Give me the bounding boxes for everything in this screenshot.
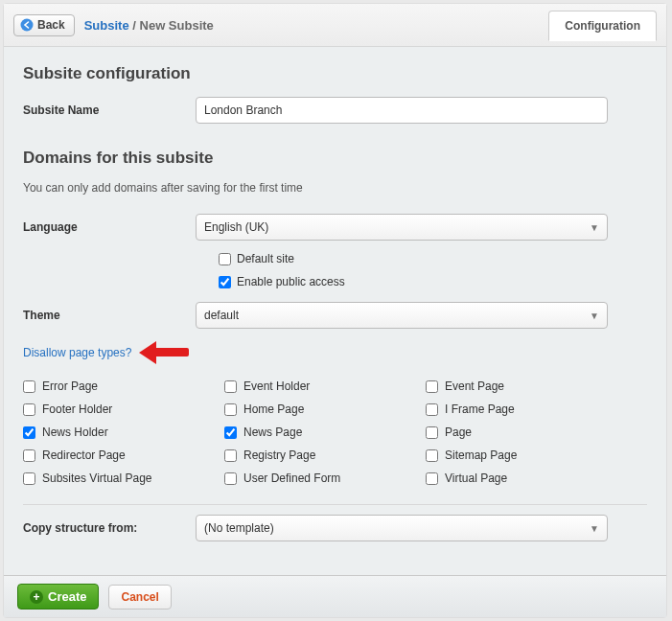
checkbox[interactable] — [224, 449, 237, 462]
content: Subsite configuration Subsite Name Domai… — [4, 47, 666, 610]
page-type-label: Sitemap Page — [445, 448, 517, 462]
page-type-label: News Page — [243, 426, 302, 439]
page-type-checkbox[interactable]: Registry Page — [224, 448, 426, 462]
row-theme: Theme default ▼ — [23, 302, 647, 329]
label-public-access: Enable public access — [237, 275, 345, 288]
svg-point-0 — [21, 18, 34, 31]
page-type-label: Footer Holder — [42, 402, 112, 416]
checkbox[interactable] — [224, 426, 237, 439]
breadcrumb: Subsite / New Subsite — [84, 18, 214, 33]
page-type-label: Error Page — [42, 380, 98, 393]
page-type-checkbox[interactable]: I Frame Page — [426, 402, 627, 416]
label-copy-structure: Copy structure from: — [23, 521, 196, 535]
select-theme-value: default — [204, 309, 239, 322]
page-type-checkbox[interactable]: Event Holder — [224, 380, 426, 393]
back-button[interactable]: Back — [13, 14, 75, 36]
page-type-checkbox[interactable]: Event Page — [426, 380, 627, 393]
checkbox[interactable] — [426, 472, 438, 485]
checkbox[interactable] — [23, 449, 35, 462]
back-arrow-icon — [20, 18, 34, 32]
breadcrumb-link[interactable]: Subsite — [84, 18, 129, 33]
checkbox-default-site[interactable] — [219, 253, 231, 265]
row-copy-structure: Copy structure from: (No template) ▼ — [23, 515, 647, 541]
label-subsite-name: Subsite Name — [23, 104, 196, 117]
checkbox[interactable] — [426, 403, 438, 416]
label-language: Language — [23, 220, 196, 234]
label-theme: Theme — [23, 309, 196, 322]
page-type-label: Virtual Page — [445, 472, 507, 485]
row-disallow: Disallow page types? — [23, 340, 647, 364]
checkbox[interactable] — [23, 472, 35, 485]
page-type-checkbox[interactable]: News Page — [224, 426, 426, 439]
chevron-down-icon: ▼ — [590, 523, 599, 534]
row-language: Language English (UK) ▼ — [23, 214, 647, 241]
page-type-checkbox[interactable]: Error Page — [23, 380, 224, 393]
checkbox[interactable] — [426, 380, 438, 393]
tab-configuration[interactable]: Configuration — [548, 11, 657, 41]
page-type-checkbox[interactable]: Sitemap Page — [426, 448, 627, 462]
checkbox[interactable] — [23, 426, 35, 439]
domains-note: You can only add domains after saving fo… — [23, 181, 647, 195]
page-type-label: Registry Page — [243, 448, 315, 462]
page-type-checkbox[interactable]: Redirector Page — [23, 448, 224, 462]
select-language[interactable]: English (UK) ▼ — [196, 214, 608, 241]
input-subsite-name[interactable] — [196, 97, 608, 124]
chevron-down-icon: ▼ — [590, 222, 599, 233]
create-label: Create — [48, 589, 86, 604]
chevron-down-icon: ▼ — [590, 310, 599, 321]
select-copy-structure-value: (No template) — [204, 521, 274, 535]
row-default-site: Default site — [219, 252, 647, 265]
page-type-checkbox[interactable]: Home Page — [224, 402, 426, 416]
checkbox[interactable] — [426, 426, 438, 439]
checkbox[interactable] — [23, 403, 35, 416]
page-type-checkbox[interactable]: Footer Holder — [23, 402, 224, 416]
page-type-label: User Defined Form — [243, 472, 340, 485]
footer: + Create Cancel — [4, 575, 666, 617]
select-copy-structure[interactable]: (No template) ▼ — [196, 515, 608, 541]
page-type-label: I Frame Page — [445, 402, 515, 416]
page-type-label: Event Holder — [243, 380, 310, 393]
section-title-config: Subsite configuration — [23, 64, 647, 83]
cancel-button[interactable]: Cancel — [108, 585, 171, 610]
annotation-arrow-icon — [137, 340, 193, 364]
page-type-label: Event Page — [445, 380, 504, 393]
page-type-checkbox[interactable]: Subsites Virtual Page — [23, 472, 224, 485]
checkbox[interactable] — [23, 380, 35, 393]
page-type-label: Page — [445, 426, 472, 439]
page-type-checkbox[interactable]: Page — [426, 426, 627, 439]
breadcrumb-current: New Subsite — [140, 18, 214, 33]
topbar: Back Subsite / New Subsite Configuration — [4, 4, 666, 47]
select-theme[interactable]: default ▼ — [196, 302, 608, 329]
divider — [23, 504, 647, 505]
back-label: Back — [37, 18, 65, 32]
topbar-left: Back Subsite / New Subsite — [13, 14, 214, 36]
checkbox[interactable] — [224, 380, 237, 393]
page-type-checkbox[interactable]: User Defined Form — [224, 472, 426, 485]
page-type-label: Subsites Virtual Page — [42, 472, 152, 485]
plus-icon: + — [30, 590, 43, 604]
checkbox-public-access[interactable] — [219, 276, 231, 288]
link-disallow-page-types[interactable]: Disallow page types? — [23, 346, 131, 359]
row-subsite-name: Subsite Name — [23, 97, 647, 124]
page-type-label: Home Page — [243, 402, 304, 416]
page-type-label: News Holder — [42, 426, 108, 439]
page-type-checkbox[interactable]: News Holder — [23, 426, 224, 439]
page-types-grid: Error PageEvent HolderEvent PageFooter H… — [23, 380, 647, 485]
create-button[interactable]: + Create — [17, 584, 99, 610]
row-public-access: Enable public access — [219, 275, 647, 288]
page-type-label: Redirector Page — [42, 448, 126, 462]
checkbox[interactable] — [426, 449, 438, 462]
checkbox[interactable] — [224, 403, 237, 416]
select-language-value: English (UK) — [204, 220, 268, 234]
app-frame: Back Subsite / New Subsite Configuration… — [3, 3, 667, 618]
page-type-checkbox[interactable]: Virtual Page — [426, 472, 627, 485]
checkbox[interactable] — [224, 472, 237, 485]
section-title-domains: Domains for this subsite — [23, 149, 647, 168]
label-default-site: Default site — [237, 252, 294, 265]
